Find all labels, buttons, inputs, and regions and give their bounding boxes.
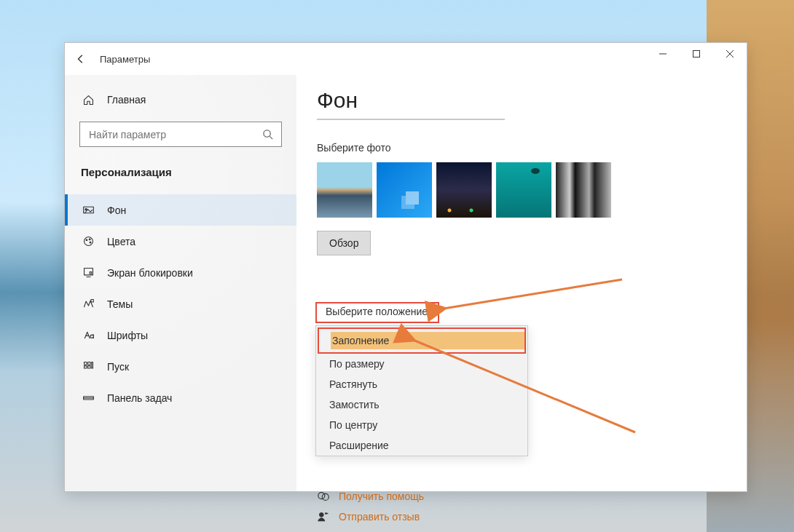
settings-window: Параметры Главная: [64, 42, 747, 492]
nav-label: Темы: [107, 298, 133, 310]
svg-point-9: [86, 239, 87, 241]
home-label: Главная: [107, 94, 146, 106]
svg-point-10: [89, 239, 90, 240]
search-field[interactable]: [87, 128, 262, 141]
fit-option-5[interactable]: Расширение: [316, 435, 527, 456]
back-button[interactable]: [74, 52, 88, 66]
photo-thumb-5[interactable]: [556, 162, 611, 218]
fit-option-4[interactable]: По центру: [316, 415, 527, 435]
sidebar-item-4[interactable]: Шрифты: [65, 319, 296, 351]
fit-option-3[interactable]: Замостить: [316, 394, 527, 415]
nav-icon-1: [81, 234, 95, 249]
svg-point-8: [84, 237, 93, 246]
svg-rect-20: [91, 362, 93, 369]
feedback-label: Отправить отзыв: [339, 511, 420, 523]
photo-thumb-4[interactable]: [496, 162, 551, 218]
title-bar: Параметры: [65, 43, 747, 75]
choose-fit-label: Выберите положение: [315, 302, 439, 323]
title-underline: [317, 119, 505, 120]
nav-icon-5: [81, 360, 95, 374]
fit-option-1[interactable]: По размеру: [316, 354, 527, 374]
nav-icon-3: [81, 297, 95, 311]
choose-photo-label: Выберите фото: [317, 142, 747, 154]
minimize-button[interactable]: [646, 43, 680, 65]
get-help-link[interactable]: Получить помощь: [317, 490, 424, 503]
photo-thumb-1[interactable]: [317, 162, 372, 218]
nav-icon-6: [81, 391, 95, 405]
svg-point-4: [264, 130, 270, 136]
svg-point-23: [318, 493, 325, 499]
fit-option-2[interactable]: Растянуть: [316, 374, 527, 394]
feedback-link[interactable]: Отправить отзыв: [317, 510, 424, 523]
page-title: Фон: [317, 88, 747, 113]
feedback-icon: [317, 510, 330, 523]
sidebar: Главная Персонализация ФонЦветаЭкран бло…: [65, 75, 296, 491]
help-links: Получить помощь Отправить отзыв: [317, 490, 424, 531]
nav-icon-2: [81, 266, 95, 280]
svg-rect-14: [90, 272, 92, 274]
svg-rect-15: [90, 300, 93, 302]
svg-rect-1: [693, 51, 700, 57]
svg-point-25: [319, 512, 323, 517]
photo-thumb-2[interactable]: [377, 162, 432, 218]
photo-thumbnails: [317, 162, 747, 218]
svg-point-11: [90, 242, 91, 243]
desktop-wallpaper: Параметры Главная: [0, 0, 794, 532]
svg-rect-18: [84, 366, 86, 368]
category-title: Персонализация: [65, 147, 296, 188]
nav-icon-0: [81, 203, 95, 218]
nav-label: Цвета: [107, 236, 135, 247]
home-link[interactable]: Главная: [65, 88, 296, 111]
home-icon: [81, 92, 95, 107]
nav-label: Экран блокировки: [107, 267, 193, 279]
get-help-label: Получить помощь: [339, 491, 424, 502]
sidebar-item-3[interactable]: Темы: [65, 288, 296, 319]
svg-rect-17: [87, 362, 90, 365]
sidebar-item-5[interactable]: Пуск: [65, 351, 296, 382]
nav-label: Шрифты: [107, 330, 148, 341]
search-input[interactable]: [79, 122, 282, 147]
svg-line-5: [270, 136, 272, 139]
search-icon: [262, 129, 274, 140]
svg-point-24: [322, 493, 329, 500]
nav-label: Фон: [107, 205, 126, 216]
fit-dropdown[interactable]: ЗаполнениеПо размеруРастянутьЗамоститьПо…: [315, 325, 528, 456]
svg-point-7: [84, 208, 86, 210]
maximize-button[interactable]: [680, 43, 713, 65]
svg-rect-19: [87, 366, 90, 368]
window-title: Параметры: [100, 54, 150, 65]
nav-icon-4: [81, 328, 95, 343]
photo-thumb-3[interactable]: [436, 162, 492, 218]
fit-option-0[interactable]: Заполнение: [331, 332, 524, 349]
sidebar-item-0[interactable]: Фон: [65, 194, 296, 226]
svg-rect-16: [84, 362, 86, 365]
browse-button[interactable]: Обзор: [317, 231, 371, 255]
sidebar-item-2[interactable]: Экран блокировки: [65, 257, 296, 288]
close-button[interactable]: [713, 43, 747, 65]
nav-label: Пуск: [107, 361, 129, 373]
sidebar-item-1[interactable]: Цвета: [65, 226, 296, 257]
fit-option-0-highlight[interactable]: Заполнение: [318, 327, 526, 354]
sidebar-item-6[interactable]: Панель задач: [65, 382, 296, 413]
help-icon: [317, 490, 330, 503]
nav-label: Панель задач: [107, 392, 172, 404]
